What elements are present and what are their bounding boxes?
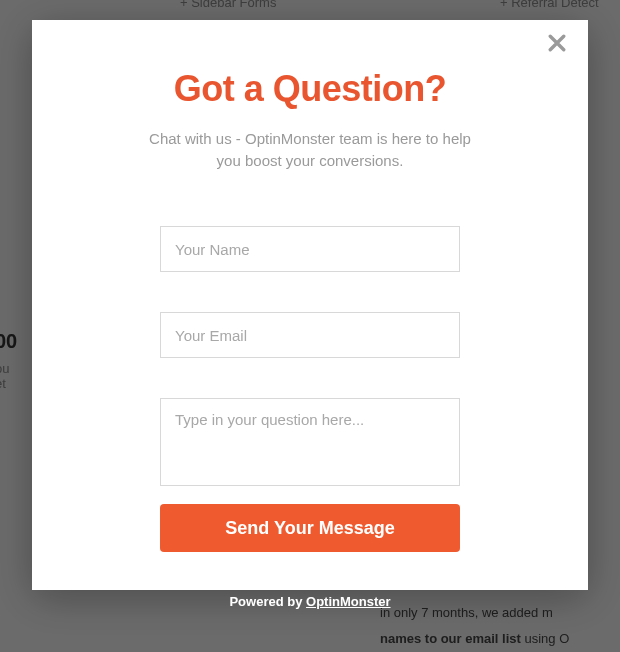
close-icon — [548, 34, 566, 52]
powered-prefix: Powered by — [229, 594, 306, 609]
powered-by: Powered by OptinMonster — [32, 594, 588, 609]
submit-button[interactable]: Send Your Message — [160, 504, 460, 552]
email-input[interactable] — [160, 312, 460, 358]
contact-form: Send Your Message — [160, 226, 460, 552]
contact-modal: Got a Question? Chat with us - OptinMons… — [32, 20, 588, 590]
close-button[interactable] — [548, 34, 570, 56]
modal-title: Got a Question? — [82, 68, 538, 110]
powered-brand-link[interactable]: OptinMonster — [306, 594, 391, 609]
message-textarea[interactable] — [160, 398, 460, 486]
modal-subtitle: Chat with us - OptinMonster team is here… — [140, 128, 480, 172]
name-input[interactable] — [160, 226, 460, 272]
